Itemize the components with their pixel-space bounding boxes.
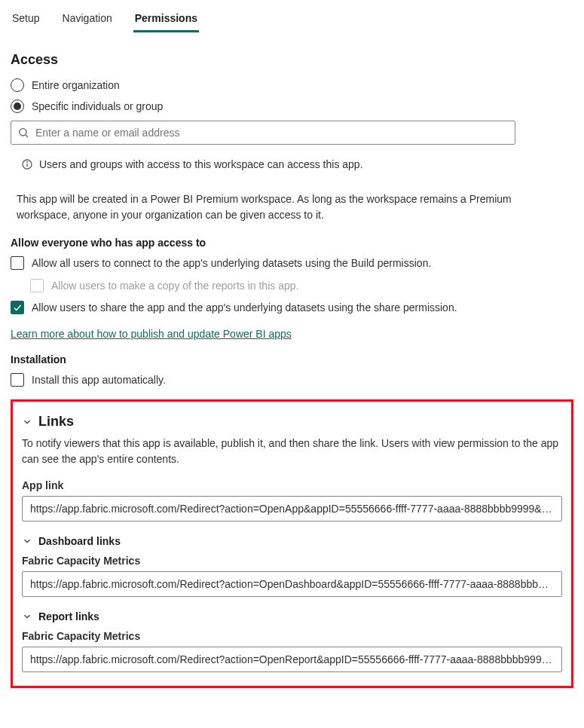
search-input-wrap[interactable] (11, 121, 515, 145)
app-link-label: App link (22, 479, 562, 491)
report-links-heading: Report links (38, 610, 99, 622)
tab-setup[interactable]: Setup (11, 8, 41, 32)
checkbox-copy-reports: Allow users to make a copy of the report… (30, 279, 573, 294)
checkbox-icon (30, 279, 44, 292)
search-input[interactable] (29, 127, 509, 139)
report-link-input[interactable]: https://app.fabric.microsoft.com/Redirec… (22, 647, 562, 672)
report-link-label: Fabric Capacity Metrics (22, 630, 562, 642)
checkbox-label: Allow users to share the app and the app… (32, 301, 457, 316)
search-icon (17, 127, 29, 139)
svg-line-1 (26, 135, 28, 137)
installation-heading: Installation (11, 353, 573, 366)
checkbox-label: Install this app automatically. (32, 373, 166, 388)
premium-note: This app will be created in a Power BI P… (17, 191, 567, 223)
tab-bar: Setup Navigation Permissions (11, 8, 573, 34)
svg-point-0 (20, 129, 26, 136)
checkbox-install-auto[interactable]: Install this app automatically. (11, 373, 573, 388)
radio-specific-individuals[interactable]: Specific individuals or group (11, 99, 573, 113)
radio-icon (11, 78, 24, 92)
chevron-down-icon (22, 417, 32, 427)
checkbox-label: Allow all users to connect to the app's … (32, 256, 431, 271)
checkbox-label: Allow users to make a copy of the report… (51, 279, 298, 294)
radio-entire-organization[interactable]: Entire organization (11, 78, 573, 92)
radio-label: Entire organization (32, 79, 120, 91)
info-text: Users and groups with access to this wor… (39, 158, 363, 170)
learn-more-link[interactable]: Learn more about how to publish and upda… (11, 328, 292, 340)
app-link-input[interactable]: https://app.fabric.microsoft.com/Redirec… (22, 496, 562, 522)
svg-point-4 (27, 162, 28, 163)
chevron-down-icon (22, 536, 32, 546)
checkbox-icon (11, 301, 24, 314)
tab-permissions[interactable]: Permissions (133, 8, 199, 32)
dashboard-links-collapser[interactable]: Dashboard links (22, 535, 562, 547)
access-heading: Access (11, 52, 573, 68)
chevron-down-icon (22, 611, 32, 622)
dashboard-link-label: Fabric Capacity Metrics (22, 555, 562, 567)
radio-icon (11, 99, 24, 113)
links-heading: Links (38, 414, 74, 430)
info-workspace-access: Users and groups with access to this wor… (21, 158, 573, 170)
checkbox-icon (11, 256, 24, 270)
tab-navigation[interactable]: Navigation (61, 8, 114, 32)
checkbox-share-app[interactable]: Allow users to share the app and the app… (11, 301, 573, 316)
dashboard-links-heading: Dashboard links (38, 535, 121, 547)
links-collapser[interactable]: Links (22, 414, 562, 430)
report-links-collapser[interactable]: Report links (22, 610, 562, 622)
checkbox-icon (11, 373, 24, 387)
info-icon (21, 158, 33, 170)
allow-heading: Allow everyone who has app access to (11, 237, 573, 249)
links-section-frame: Links To notify viewers that this app is… (11, 399, 573, 688)
checkbox-connect-datasets[interactable]: Allow all users to connect to the app's … (11, 256, 573, 271)
radio-label: Specific individuals or group (32, 100, 163, 112)
links-description: To notify viewers that this app is avail… (22, 436, 562, 467)
dashboard-link-input[interactable]: https://app.fabric.microsoft.com/Redirec… (22, 571, 562, 597)
